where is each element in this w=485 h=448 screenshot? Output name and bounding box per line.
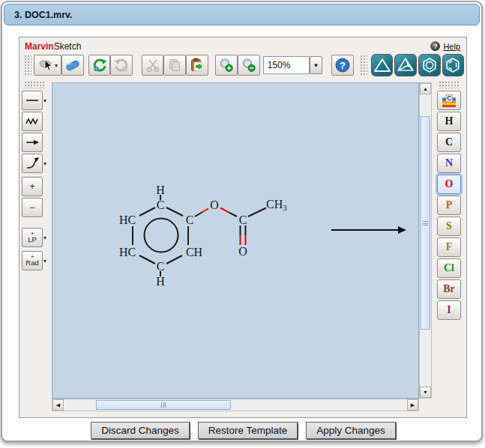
svg-text:?: ? [340,60,346,71]
increase-charge-button[interactable]: + [22,177,43,196]
page: 3. DOC1.mrv. Marvin Sketch ? Help [0,0,485,448]
element-button-p[interactable]: P [437,196,461,215]
arrow-icon [25,135,40,150]
periodic-table-icon: C [441,94,457,108]
chevron-down-icon[interactable]: ▾ [43,97,46,104]
reaction-arrow[interactable] [331,226,406,234]
copy-button[interactable] [163,55,186,76]
scroll-up-button[interactable]: ▲ [420,83,431,94]
element-button-c[interactable]: C [437,133,461,152]
chevron-down-icon[interactable]: ▾ [43,258,46,264]
brand-sketch: Sketch [54,41,82,52]
vertical-scrollbar[interactable]: ▲ ▼ [419,82,432,399]
vertical-scroll-thumb[interactable] [421,116,430,330]
element-button-cl[interactable]: Cl [437,258,461,278]
apply-changes-button[interactable]: Apply Changes [306,422,396,439]
element-button-n[interactable]: N [437,154,461,173]
element-symbol: S [446,220,452,232]
cut-button[interactable] [142,55,164,76]
horizontal-scroll-thumb[interactable] [96,400,231,410]
toolbar-grip[interactable] [439,81,460,88]
copy-icon [167,58,182,73]
horizontal-scrollbar[interactable]: ◀ ▶ [52,399,419,411]
svg-text:C: C [447,94,451,102]
element-button-s[interactable]: S [437,217,461,236]
template-tetrahedron-button[interactable] [394,54,417,76]
benzene-circle-template-icon [420,55,439,75]
chevron-down-icon[interactable]: ▾ [43,160,46,167]
scroll-right-button[interactable]: ▶ [407,399,418,411]
element-button-h[interactable]: H [437,112,461,131]
periodic-table-button[interactable]: C [437,91,461,110]
template-cyclopropane-button[interactable] [371,54,394,76]
footer-actions: Discard Changes Restore Template Apply C… [2,422,484,439]
lone-pair-tool-button[interactable]: + LP [22,228,43,247]
element-button-o[interactable]: O [437,175,461,194]
atom-label-o[interactable]: O [210,199,219,211]
help-link[interactable]: Help [443,42,460,51]
element-symbol: H [445,115,454,127]
decrease-charge-button[interactable]: − [22,198,43,217]
radical-tool-button[interactable]: + Rad [22,251,43,270]
chevron-down-icon[interactable]: ▾ [43,234,46,241]
redo-button[interactable] [110,55,133,76]
element-button-i[interactable]: I [437,300,461,320]
atom-label-c[interactable]: C [157,199,165,211]
canvas-area: H C HC HC C H C CH [52,82,432,411]
marvinsketch-applet: Marvin Sketch ? Help ▾ [19,37,467,418]
eraser-button[interactable] [61,55,84,76]
zoom-in-button[interactable] [215,55,238,76]
element-symbol: C [445,136,453,148]
atom-label-h[interactable]: H [156,275,165,288]
chain-tool-button[interactable] [22,112,43,131]
atom-label-c[interactable]: C [239,214,247,226]
atom-label-ch3[interactable]: CH3 [266,198,287,212]
template-benzene-aromatic-button[interactable] [418,54,441,76]
undo-icon [92,58,107,73]
element-symbol: N [445,157,453,169]
electron-flow-tool-button[interactable] [22,154,43,173]
scroll-left-button[interactable]: ◀ [52,399,64,411]
paste-icon [190,58,205,73]
zoom-in-icon [219,58,234,73]
element-button-br[interactable]: Br [437,279,461,299]
atom-label-c[interactable]: C [157,260,165,273]
restore-template-button[interactable]: Restore Template [198,422,298,439]
benzene-ring[interactable]: H C HC HC C H C CH [119,184,203,288]
element-button-f[interactable]: F [437,237,461,257]
selection-tool-button[interactable]: ▾ [34,55,61,76]
element-symbol: P [446,199,453,211]
tetrahedron-template-icon [396,55,415,75]
template-benzene-kekule-button[interactable] [442,54,465,76]
curved-arrow-icon [25,156,40,171]
atom-label-c[interactable]: C [186,214,194,226]
help-badge-icon: ? [430,41,440,51]
atom-label-hc[interactable]: HC [119,246,136,258]
atom-label-o[interactable]: O [238,245,247,258]
undo-button[interactable] [88,55,111,76]
bond-tool-button[interactable] [22,91,43,110]
toolbar-grip[interactable] [24,55,31,76]
zoom-dropdown-button[interactable]: ▼ [310,56,323,74]
atom-label-ch[interactable]: CH [186,246,203,258]
reaction-arrow-tool-button[interactable] [22,133,43,152]
sketch-canvas[interactable]: H C HC HC C H C CH [52,82,419,399]
zoom-out-button[interactable] [238,55,260,76]
toolbar-grip[interactable] [360,55,367,76]
atom-label-h[interactable]: H [156,184,165,196]
atom-label-hc[interactable]: HC [119,214,136,226]
window-title: 3. DOC1.mrv. [14,10,73,20]
zoom-level-input[interactable] [263,56,310,74]
paste-button[interactable] [186,55,208,76]
help-button[interactable]: ? [331,55,354,76]
scroll-down-button[interactable]: ▼ [420,387,431,398]
discard-changes-button[interactable]: Discard Changes [91,422,190,439]
single-bond-icon [25,93,40,108]
acetate-group[interactable]: O C O CH3 [195,198,287,258]
plus-label: + [29,181,34,192]
element-symbol: F [446,241,453,253]
molecule-phenyl-acetate[interactable]: H C HC HC C H C CH [119,184,287,288]
toolbar-grip[interactable] [24,81,45,88]
selection-lasso-icon [37,58,54,73]
main-toolbar: ▾ [19,52,466,78]
